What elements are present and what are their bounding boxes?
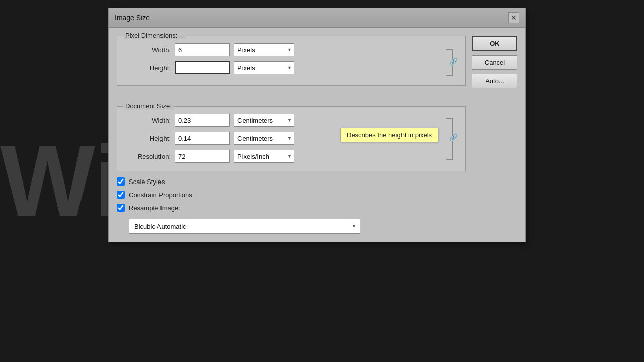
pixel-fields: Width: Pixels Percent Height: <box>125 43 443 74</box>
svg-text:🔗: 🔗 <box>449 57 458 66</box>
doc-width-unit-wrapper: Centimeters Inches Millimeters Points Pi… <box>234 114 294 127</box>
resolution-unit-select[interactable]: Pixels/Inch Pixels/Centimeter <box>234 150 294 163</box>
doc-link-bracket-svg: 🔗 <box>443 116 457 161</box>
doc-bracket: 🔗 <box>443 114 457 164</box>
resample-image-label: Resample Image: <box>129 204 180 212</box>
doc-height-unit-select[interactable]: Centimeters Inches Millimeters Points Pi… <box>234 132 294 145</box>
doc-width-unit-select[interactable]: Centimeters Inches Millimeters Points Pi… <box>234 114 294 127</box>
resample-method-select[interactable]: Bicubic Automatic Nearest Neighbor Bilin… <box>129 219 360 234</box>
pixel-dims-row: Width: Pixels Percent Height: <box>125 43 457 78</box>
pixel-width-unit-select[interactable]: Pixels Percent <box>234 43 294 56</box>
pixel-width-unit-wrapper: Pixels Percent <box>234 43 294 56</box>
pixel-width-input[interactable] <box>175 43 230 56</box>
doc-height-unit-wrapper: Centimeters Inches Millimeters Points Pi… <box>234 132 294 145</box>
image-size-dialog: Image Size ✕ Pixel Dimensions: -- Width: <box>108 8 526 242</box>
pixel-height-input[interactable] <box>175 61 230 74</box>
constrain-proportions-checkbox[interactable] <box>117 191 125 199</box>
pixel-dimensions-label: Pixel Dimensions: -- <box>123 32 186 39</box>
resolution-input[interactable] <box>175 150 230 163</box>
doc-height-input[interactable] <box>175 132 230 145</box>
dialog-titlebar: Image Size ✕ <box>109 8 525 28</box>
close-button[interactable]: ✕ <box>508 12 519 23</box>
resample-image-checkbox[interactable] <box>117 204 125 212</box>
pixel-width-row: Width: Pixels Percent <box>125 43 443 56</box>
pixel-link-bracket-svg: 🔗 <box>443 48 457 78</box>
resolution-label: Resolution: <box>125 153 171 160</box>
pixel-dimensions-section: Pixel Dimensions: -- Width: Pixels Pe <box>117 36 466 86</box>
svg-text:🔗: 🔗 <box>449 133 458 142</box>
scale-styles-row: Scale Styles <box>117 177 466 186</box>
pixel-width-label: Width: <box>125 46 171 54</box>
scale-styles-label: Scale Styles <box>129 178 165 186</box>
pixel-height-unit-select[interactable]: Pixels Percent <box>234 61 294 74</box>
pixel-height-unit-wrapper: Pixels Percent <box>234 61 294 74</box>
dialog-main: Pixel Dimensions: -- Width: Pixels Pe <box>117 36 466 234</box>
document-size-label: Document Size: <box>123 102 174 110</box>
doc-width-label: Width: <box>125 117 171 124</box>
height-tooltip: Describes the height in pixels <box>340 128 438 142</box>
resolution-unit-wrapper: Pixels/Inch Pixels/Centimeter <box>234 150 294 163</box>
dialog-buttons: OK Cancel Auto... <box>472 36 517 234</box>
cancel-button[interactable]: Cancel <box>472 55 517 70</box>
dialog-body: Pixel Dimensions: -- Width: Pixels Pe <box>109 28 525 242</box>
ok-button[interactable]: OK <box>472 36 517 51</box>
constrain-proportions-label: Constrain Proportions <box>129 191 192 199</box>
doc-width-row: Width: Centimeters Inches Millimeters Po… <box>125 114 443 127</box>
constrain-proportions-row: Constrain Proportions <box>117 191 466 199</box>
pixel-height-label: Height: <box>125 64 171 72</box>
pixel-height-row: Height: Pixels Percent <box>125 61 443 74</box>
scale-styles-checkbox[interactable] <box>117 177 125 186</box>
resolution-row: Resolution: Pixels/Inch Pixels/Centimete… <box>125 150 443 163</box>
dialog-title: Image Size <box>115 14 150 22</box>
doc-width-input[interactable] <box>175 114 230 127</box>
pixel-bracket: 🔗 <box>443 43 457 78</box>
doc-height-label: Height: <box>125 135 171 142</box>
auto-button[interactable]: Auto... <box>472 74 517 88</box>
resample-image-row: Resample Image: <box>117 204 466 212</box>
resample-method-wrapper: Bicubic Automatic Nearest Neighbor Bilin… <box>129 219 360 234</box>
resample-section: Resample Image: Bicubic Automatic Neares… <box>117 204 466 234</box>
